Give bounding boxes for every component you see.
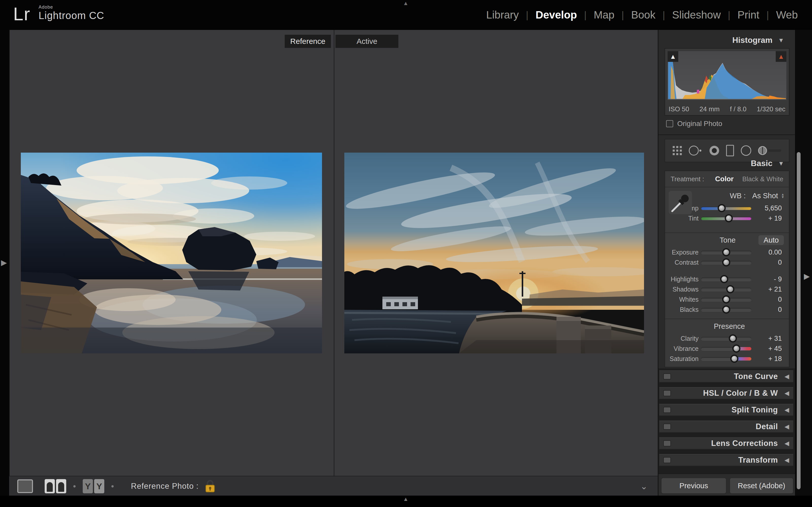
panel-expand-icon[interactable]: ◀	[784, 457, 789, 464]
treatment-color-option[interactable]: Color	[715, 175, 733, 183]
slider-track-tint[interactable]	[701, 217, 751, 220]
left-panel-expand-icon[interactable]: ▶	[1, 258, 7, 267]
slider-track-contrast[interactable]	[701, 261, 751, 264]
panel-toggle[interactable]	[663, 440, 671, 446]
histogram-title: Histogram	[732, 36, 772, 45]
before-after-view-icon[interactable]: Y Y	[83, 479, 104, 493]
panel-toggle[interactable]	[663, 390, 671, 396]
top-panel-collapse-icon[interactable]: ▲	[403, 0, 409, 7]
panel-expand-icon[interactable]: ◀	[784, 406, 789, 413]
slider-track-clarity[interactable]	[701, 337, 751, 340]
reset-button[interactable]: Reset (Adobe)	[729, 477, 794, 494]
slider-label: Shadows	[669, 286, 699, 293]
slider-track-blacks[interactable]	[701, 308, 751, 311]
panel-toggle[interactable]	[663, 407, 671, 413]
slider-track-whites[interactable]	[701, 298, 751, 301]
slider-track-exposure[interactable]	[701, 251, 751, 254]
lightroom-app: Lr Adobe Lightroom CC Library|Develop|Ma…	[0, 0, 812, 507]
panel-scrollbar[interactable]	[797, 152, 801, 489]
panel-expand-icon[interactable]: ◀	[784, 440, 789, 447]
brand-label: Adobe	[39, 5, 104, 10]
module-slideshow[interactable]: Slideshow	[672, 9, 721, 21]
red-eye-icon[interactable]	[708, 145, 720, 157]
original-photo-checkbox[interactable]	[666, 120, 673, 127]
panel-expand-icon[interactable]: ◀	[784, 423, 789, 430]
module-print[interactable]: Print	[738, 9, 759, 21]
menu-separator: |	[584, 10, 587, 20]
menu-separator: |	[728, 10, 730, 20]
graduated-filter-icon[interactable]	[725, 144, 735, 157]
panel-expand-icon[interactable]: ◀	[784, 373, 789, 380]
lock-icon[interactable]	[204, 479, 216, 493]
filmstrip-expand-icon[interactable]: ▲	[403, 496, 409, 502]
active-photo-image[interactable]	[344, 153, 644, 353]
histogram-chart[interactable]: ▲ ▲	[668, 51, 786, 100]
basic-collapse-icon[interactable]: ▼	[778, 160, 784, 167]
slider-label: Tint	[669, 215, 699, 222]
slider-thumb-clarity[interactable]	[729, 334, 737, 342]
slider-value: 5,650	[751, 204, 785, 212]
slider-thumb-contrast[interactable]	[722, 258, 730, 267]
module-web[interactable]: Web	[776, 9, 798, 21]
auto-tone-button[interactable]: Auto	[758, 235, 784, 245]
slider-track-vibrance[interactable]	[701, 347, 751, 350]
original-photo-row: Original Photo	[666, 120, 722, 128]
module-develop[interactable]: Develop	[536, 9, 577, 21]
shadow-clipping-indicator-icon[interactable]: ▲	[668, 51, 678, 62]
slider-track-temp[interactable]	[701, 207, 751, 210]
panel-hsl-color-b-w[interactable]: HSL / Color / B & W◀	[659, 387, 793, 399]
module-picker: Library|Develop|Map|Book|Slideshow|Print…	[486, 0, 798, 30]
module-library[interactable]: Library	[486, 9, 519, 21]
panel-detail[interactable]: Detail◀	[659, 420, 793, 433]
wb-preset-dropdown[interactable]: As Shot	[752, 192, 778, 200]
panel-expand-icon[interactable]: ◀	[784, 390, 789, 397]
panel-tone-curve[interactable]: Tone Curve◀	[659, 371, 793, 383]
previous-button[interactable]: Previous	[661, 477, 726, 494]
slider-thumb-tint[interactable]	[725, 214, 733, 222]
white-balance-eyedropper-icon[interactable]	[669, 191, 692, 214]
highlight-clipping-indicator-icon[interactable]: ▲	[776, 51, 786, 62]
adjustment-brush-icon[interactable]	[757, 145, 782, 157]
module-book[interactable]: Book	[631, 9, 655, 21]
panel-title: Tone Curve	[734, 372, 778, 381]
slider-value: + 45	[751, 345, 785, 353]
slider-track-saturation[interactable]	[701, 357, 751, 360]
slider-thumb-shadows[interactable]	[726, 285, 734, 293]
panel-toggle[interactable]	[663, 457, 671, 463]
module-map[interactable]: Map	[594, 9, 615, 21]
crop-overlay-icon[interactable]	[672, 145, 683, 156]
panel-split-toning[interactable]: Split Toning◀	[659, 404, 793, 416]
wb-dropdown-arrows-icon[interactable]: ▲▼	[781, 193, 784, 199]
histogram-collapse-icon[interactable]: ▼	[778, 37, 784, 44]
panel-toggle[interactable]	[663, 424, 671, 430]
panel-toggle[interactable]	[663, 374, 671, 380]
slider-thumb-saturation[interactable]	[730, 355, 739, 363]
reference-view-icon[interactable]	[45, 479, 66, 493]
slider-track-highlights[interactable]	[701, 278, 751, 281]
reference-photo-label: Reference Photo :	[131, 482, 199, 491]
histogram-header[interactable]: Histogram ▼	[658, 36, 796, 45]
toolbar-options-chevron-icon[interactable]: ⌄	[641, 481, 648, 491]
reference-photo-image[interactable]	[21, 153, 322, 353]
panel-lens-corrections[interactable]: Lens Corrections◀	[659, 437, 793, 449]
slider-thumb-vibrance[interactable]	[732, 344, 741, 353]
loupe-view-icon[interactable]	[17, 480, 33, 493]
slider-thumb-highlights[interactable]	[720, 275, 728, 283]
basic-header[interactable]: Basic ▼	[658, 159, 796, 168]
radial-filter-icon[interactable]	[740, 145, 752, 157]
slider-thumb-exposure[interactable]	[722, 248, 730, 256]
slider-thumb-blacks[interactable]	[722, 305, 730, 314]
tab-reference[interactable]: Reference	[285, 35, 331, 48]
treatment-bw-option[interactable]: Black & White	[742, 175, 783, 183]
slider-thumb-temp[interactable]	[718, 204, 726, 212]
right-panel-collapse-icon[interactable]: ▶	[804, 272, 810, 281]
tab-active[interactable]: Active	[336, 35, 398, 48]
slider-label: Blacks	[669, 306, 699, 313]
active-card-icon	[56, 479, 66, 493]
slider-value: 0	[751, 306, 785, 314]
slider-thumb-whites[interactable]	[722, 295, 730, 303]
slider-track-shadows[interactable]	[701, 288, 751, 291]
panel-transform[interactable]: Transform◀	[659, 454, 793, 466]
spot-removal-icon[interactable]	[688, 145, 703, 157]
basic-panel: Treatment : Color Black & White WB : As …	[665, 171, 790, 367]
